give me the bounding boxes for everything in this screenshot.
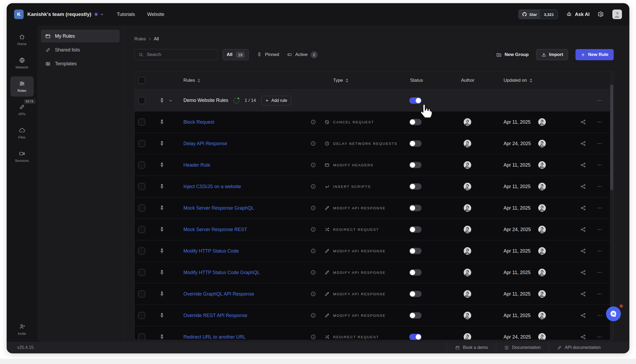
row-checkbox[interactable] bbox=[138, 226, 145, 233]
info-icon[interactable] bbox=[310, 227, 316, 232]
rule-name-link[interactable]: Override GraphQL API Response bbox=[183, 291, 254, 297]
rule-name-link[interactable]: Mock Server Response GraphQL bbox=[183, 205, 254, 211]
row-checkbox[interactable] bbox=[138, 248, 145, 254]
pin-icon[interactable] bbox=[159, 184, 165, 189]
row-checkbox[interactable] bbox=[138, 333, 145, 340]
add-rule-button[interactable]: Add rule bbox=[261, 96, 291, 105]
status-toggle[interactable] bbox=[409, 97, 422, 104]
rule-name-link[interactable]: Modify HTTP Status Code bbox=[183, 248, 239, 254]
row-checkbox[interactable] bbox=[138, 97, 145, 104]
info-icon[interactable] bbox=[310, 205, 316, 211]
sidebar-item-templates[interactable]: Templates bbox=[41, 57, 120, 70]
info-icon[interactable] bbox=[310, 248, 316, 254]
info-icon[interactable] bbox=[310, 270, 316, 275]
rule-name-link[interactable]: Redirect URL to another URL bbox=[183, 334, 246, 340]
more-button[interactable] bbox=[596, 291, 603, 297]
row-checkbox[interactable] bbox=[138, 291, 145, 297]
row-checkbox[interactable] bbox=[138, 183, 145, 190]
footer-link-api-documentation[interactable]: API documentation bbox=[549, 342, 609, 353]
share-icon[interactable] bbox=[580, 248, 586, 254]
breadcrumb-root[interactable]: Rules bbox=[134, 36, 146, 42]
search-input[interactable] bbox=[147, 52, 208, 57]
rule-name-link[interactable]: Block Request bbox=[183, 119, 214, 125]
workspace-avatar[interactable]: K bbox=[14, 10, 24, 19]
info-icon[interactable] bbox=[310, 291, 316, 297]
import-button[interactable]: Import bbox=[536, 49, 568, 60]
sidebar-item-my-rules[interactable]: My Rules bbox=[41, 30, 120, 42]
share-icon[interactable] bbox=[580, 162, 586, 168]
status-toggle[interactable] bbox=[409, 269, 422, 276]
more-button[interactable] bbox=[596, 248, 603, 254]
status-toggle[interactable] bbox=[409, 226, 422, 233]
rule-name-link[interactable]: Header Rule bbox=[183, 162, 210, 168]
share-icon[interactable] bbox=[580, 205, 586, 211]
row-checkbox[interactable] bbox=[138, 119, 145, 125]
status-toggle[interactable] bbox=[409, 312, 422, 319]
scrollbar-thumb[interactable] bbox=[610, 85, 613, 190]
nav-link-tutorials[interactable]: Tutorials bbox=[117, 12, 135, 17]
pin-icon[interactable] bbox=[159, 270, 165, 275]
column-header-rules[interactable]: Rules bbox=[183, 78, 200, 83]
nav-link-website[interactable]: Website bbox=[147, 12, 164, 17]
pin-icon[interactable] bbox=[159, 205, 165, 211]
info-icon[interactable] bbox=[310, 184, 316, 189]
chat-widget-button[interactable] bbox=[606, 306, 621, 321]
filter-tab-all[interactable]: All 19 bbox=[223, 49, 249, 60]
status-toggle[interactable] bbox=[409, 248, 422, 254]
info-icon[interactable] bbox=[310, 162, 316, 168]
rail-item-home[interactable]: Home bbox=[10, 30, 34, 50]
more-button[interactable] bbox=[596, 334, 603, 340]
pin-icon[interactable] bbox=[159, 119, 165, 125]
rule-name-link[interactable]: Mock Server Response REST bbox=[183, 227, 247, 232]
info-icon[interactable] bbox=[310, 141, 316, 146]
share-icon[interactable] bbox=[580, 119, 586, 125]
share-icon[interactable] bbox=[580, 183, 586, 190]
status-toggle[interactable] bbox=[409, 291, 422, 297]
rule-name-link[interactable]: Delay API Response bbox=[183, 141, 227, 146]
share-icon[interactable] bbox=[580, 312, 586, 319]
more-button[interactable] bbox=[596, 205, 603, 211]
workspace-chevron-down-icon[interactable] bbox=[99, 12, 105, 17]
select-all-checkbox[interactable] bbox=[138, 77, 145, 84]
footer-link-book-a-demo[interactable]: Book a demo bbox=[447, 342, 496, 353]
info-icon[interactable] bbox=[310, 334, 316, 340]
status-toggle[interactable] bbox=[409, 140, 422, 147]
row-checkbox[interactable] bbox=[138, 269, 145, 276]
status-toggle[interactable] bbox=[409, 119, 422, 125]
chevron-down-icon[interactable] bbox=[168, 98, 173, 103]
filter-tab-pinned[interactable]: Pinned bbox=[257, 52, 279, 57]
status-toggle[interactable] bbox=[409, 162, 422, 168]
scrollbar[interactable] bbox=[610, 71, 613, 340]
sort-icon[interactable] bbox=[346, 79, 348, 83]
pin-icon[interactable] bbox=[159, 313, 165, 318]
status-toggle[interactable] bbox=[409, 183, 422, 190]
pin-icon[interactable] bbox=[159, 248, 165, 254]
more-button[interactable] bbox=[596, 119, 603, 125]
new-group-button[interactable]: New Group bbox=[496, 52, 529, 58]
group-name[interactable]: Demo Website Rules bbox=[183, 98, 228, 103]
pin-icon[interactable] bbox=[159, 291, 165, 297]
status-toggle[interactable] bbox=[409, 334, 422, 340]
row-checkbox[interactable] bbox=[138, 312, 145, 319]
more-button[interactable] bbox=[596, 162, 603, 168]
share-icon[interactable] bbox=[580, 291, 586, 297]
rule-name-link[interactable]: Modify HTTP Status Code GraphQL bbox=[183, 270, 260, 275]
rule-name-link[interactable]: Override REST API Response bbox=[183, 313, 247, 318]
pin-icon[interactable] bbox=[159, 141, 165, 146]
github-star-widget[interactable]: Star 3,321 bbox=[518, 10, 558, 19]
sort-icon[interactable] bbox=[197, 79, 200, 83]
info-icon[interactable] bbox=[310, 119, 316, 125]
sidebar-item-shared-lists[interactable]: Shared lists bbox=[41, 44, 120, 56]
new-rule-button[interactable]: New Rule bbox=[575, 49, 614, 60]
column-header-type[interactable]: Type bbox=[333, 78, 348, 83]
share-icon[interactable] bbox=[580, 226, 586, 233]
rail-item-rules[interactable]: Rules bbox=[10, 76, 34, 97]
more-button[interactable] bbox=[596, 140, 603, 147]
rail-item-sessions[interactable]: Sessions bbox=[10, 146, 34, 167]
rail-item-network[interactable]: Network bbox=[10, 53, 34, 73]
search-box[interactable] bbox=[134, 49, 218, 60]
rail-item-files[interactable]: Files bbox=[10, 123, 34, 143]
row-checkbox[interactable] bbox=[138, 205, 145, 211]
rule-name-link[interactable]: Inject CSS/JS on a website bbox=[183, 184, 241, 189]
status-toggle[interactable] bbox=[409, 205, 422, 211]
